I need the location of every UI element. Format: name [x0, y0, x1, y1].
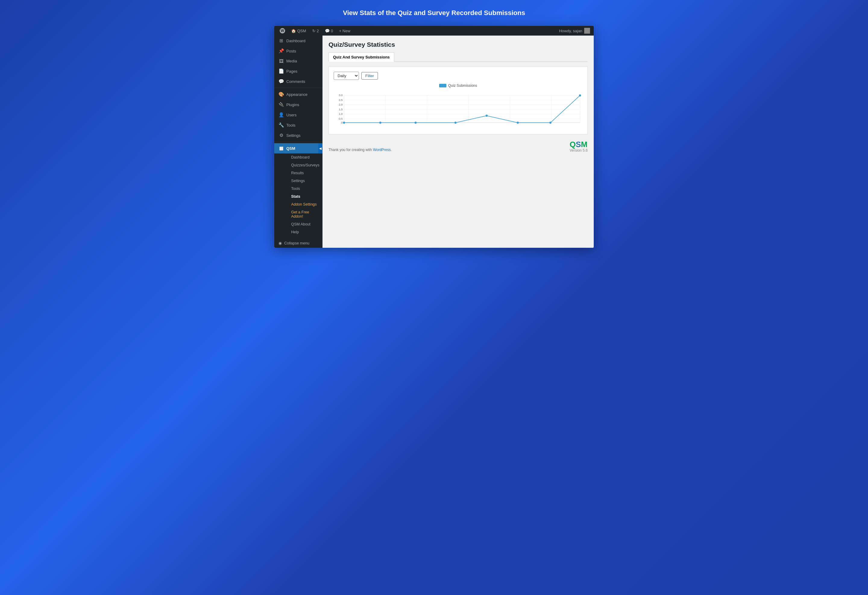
new-label: + New: [339, 29, 350, 33]
svg-text:0: 0: [341, 121, 342, 124]
updates-item[interactable]: ↻ 2: [309, 26, 322, 35]
qsm-logo-m: M: [581, 140, 588, 148]
qsm-logo-s: S: [576, 140, 581, 148]
chart-point-1: [379, 122, 381, 124]
tab-quiz-survey-submissions[interactable]: Quiz And Survey Submissions: [329, 52, 394, 62]
chart-point-0: [343, 122, 345, 124]
sidebar-label-pages: Pages: [286, 69, 297, 74]
chart-container: Daily Weekly Monthly Filter Quiz Submiss…: [329, 66, 588, 134]
content-footer-row: Thank you for creating with WordPress. Q…: [329, 139, 588, 152]
svg-text:1.0: 1.0: [339, 112, 342, 115]
comments-count: 0: [331, 29, 333, 33]
dashboard-icon: ⊞: [279, 38, 284, 43]
collapse-label: Collapse menu: [284, 241, 309, 245]
sidebar-item-qsm[interactable]: ▦ QSM ◀: [274, 143, 322, 154]
qsm-sidebar-label: QSM: [286, 146, 295, 151]
qsm-submenu: Dashboard Quizzes/Surveys Results Settin…: [274, 154, 322, 236]
admin-bar-left: W 🏠 QSM ↻ 2 💬 0 + New: [277, 26, 559, 35]
filter-button[interactable]: Filter: [362, 72, 378, 80]
sidebar-item-users[interactable]: 👤 Users: [274, 110, 322, 120]
qsm-sub-results[interactable]: Results: [283, 169, 322, 177]
collapse-icon: ◉: [279, 241, 282, 245]
browser-window: W 🏠 QSM ↻ 2 💬 0 + New Howdy, sajan: [274, 26, 594, 248]
admin-bar: W 🏠 QSM ↻ 2 💬 0 + New Howdy, sajan: [274, 26, 594, 35]
chart-wrapper: 0 0.5 1.0 1.5 2.0 2.5 3.0: [334, 90, 583, 130]
appearance-icon: 🎨: [279, 92, 284, 97]
qsm-sub-stats[interactable]: Stats: [283, 193, 322, 201]
sidebar-label-settings: Settings: [286, 133, 301, 138]
qsm-logo-q: Q: [570, 140, 576, 148]
sidebar-item-posts[interactable]: 📌 Posts: [274, 46, 322, 56]
chart-point-5: [517, 122, 519, 124]
sidebar-label-users: Users: [286, 113, 297, 117]
content-footer: Thank you for creating with WordPress.: [329, 145, 392, 152]
pages-icon: 📄: [279, 68, 284, 74]
sidebar-label-tools: Tools: [286, 123, 295, 127]
filter-select[interactable]: Daily Weekly Monthly: [334, 72, 359, 80]
sidebar-item-pages[interactable]: 📄 Pages: [274, 66, 322, 76]
version-text: Version 5.6: [570, 148, 588, 152]
sidebar-item-tools[interactable]: 🔧 Tools: [274, 120, 322, 130]
qsm-arrow-icon: ◀: [318, 143, 322, 154]
home-icon: 🏠: [291, 29, 296, 33]
tab-bar: Quiz And Survey Submissions: [329, 52, 588, 62]
chart-legend: Quiz Submissions: [334, 84, 583, 88]
media-icon: 🖼: [279, 59, 284, 63]
chart-point-2: [415, 122, 416, 124]
updates-count: 2: [317, 29, 319, 33]
wp-logo-item[interactable]: W: [277, 26, 288, 35]
sidebar-item-plugins[interactable]: 🔌 Plugins: [274, 99, 322, 110]
sidebar-item-comments[interactable]: 💬 Comments: [274, 76, 322, 87]
sidebar-item-appearance[interactable]: 🎨 Appearance: [274, 89, 322, 99]
avatar: [584, 28, 590, 34]
sidebar-label-dashboard: Dashboard: [286, 38, 306, 43]
qsm-sub-help[interactable]: Help: [283, 228, 322, 236]
svg-text:3.0: 3.0: [339, 93, 342, 97]
footer-link[interactable]: WordPress: [373, 148, 391, 152]
howdy-text: Howdy, sajan: [559, 29, 582, 33]
qsm-sub-addon-settings[interactable]: Addon Settings: [283, 201, 322, 208]
site-name: QSM: [297, 29, 306, 33]
sidebar: ⊞ Dashboard 📌 Posts 🖼 Media 📄 Pages 💬 Co…: [274, 35, 322, 248]
chart-point-6: [549, 122, 552, 124]
footer-text: Thank you for creating with: [329, 148, 373, 152]
sidebar-item-dashboard[interactable]: ⊞ Dashboard: [274, 35, 322, 46]
sidebar-label-posts: Posts: [286, 49, 296, 53]
users-icon: 👤: [279, 112, 284, 118]
qsm-logo: Q S M: [570, 140, 588, 148]
plugins-icon: 🔌: [279, 102, 284, 107]
sidebar-label-media: Media: [286, 59, 297, 63]
comments-icon: 💬: [325, 29, 330, 33]
new-item[interactable]: + New: [336, 26, 353, 35]
qsm-sub-free-addon[interactable]: Get a Free Addon!: [283, 208, 322, 220]
legend-label: Quiz Submissions: [448, 84, 477, 88]
qsm-sub-settings[interactable]: Settings: [283, 177, 322, 185]
sidebar-item-settings[interactable]: ⚙ Settings: [274, 130, 322, 140]
comments-sidebar-icon: 💬: [279, 79, 284, 84]
footer-right: Q S M Version 5.6: [570, 140, 588, 152]
site-name-item[interactable]: 🏠 QSM: [288, 26, 309, 35]
settings-icon: ⚙: [279, 133, 284, 138]
collapse-menu-item[interactable]: ◉ Collapse menu: [274, 238, 322, 248]
chart-controls: Daily Weekly Monthly Filter: [334, 72, 583, 80]
qsm-sub-quizzes[interactable]: Quizzes/Surveys: [283, 161, 322, 169]
svg-text:2.5: 2.5: [339, 98, 342, 102]
sidebar-item-media[interactable]: 🖼 Media: [274, 56, 322, 66]
qsm-sub-tools[interactable]: Tools: [283, 185, 322, 193]
qsm-sub-about[interactable]: QSM About: [283, 220, 322, 228]
content-area: Quiz/Survey Statistics Quiz And Survey S…: [322, 35, 594, 248]
svg-text:1.5: 1.5: [339, 108, 342, 111]
page-headline: View Stats of the Quiz and Survey Record…: [343, 9, 526, 17]
comments-item[interactable]: 💬 0: [322, 26, 336, 35]
legend-color-box: [439, 84, 446, 87]
posts-icon: 📌: [279, 48, 284, 54]
qsm-sidebar-icon: ▦: [279, 146, 284, 151]
sidebar-divider-1: [274, 88, 322, 88]
svg-text:0.5: 0.5: [339, 117, 342, 120]
qsm-sub-dashboard[interactable]: Dashboard: [283, 154, 322, 161]
page-title: Quiz/Survey Statistics: [329, 41, 588, 48]
updates-icon: ↻: [312, 29, 316, 33]
main-layout: ⊞ Dashboard 📌 Posts 🖼 Media 📄 Pages 💬 Co…: [274, 35, 594, 248]
svg-text:2.0: 2.0: [339, 103, 342, 106]
sidebar-label-plugins: Plugins: [286, 102, 299, 107]
